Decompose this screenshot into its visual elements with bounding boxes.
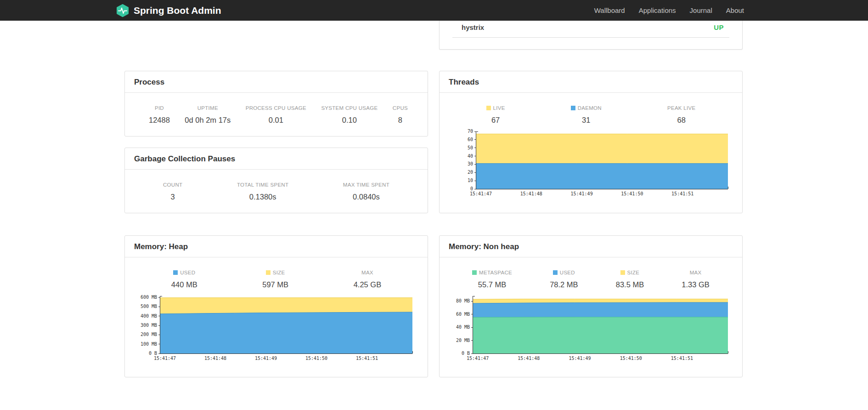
svg-text:200 MB: 200 MB	[141, 332, 157, 337]
threads-panel-title: Threads	[449, 78, 733, 87]
svg-text:20 MB: 20 MB	[456, 338, 470, 343]
legend-value: 78.2 MB	[550, 280, 578, 289]
metric-value: 12488	[149, 116, 170, 125]
status-badge: UP	[714, 23, 724, 31]
svg-text:20: 20	[468, 170, 473, 175]
legend-item-peak-live: PEAK LIVE 68	[667, 105, 696, 125]
process-panel: Process PID 12488 UPTIME 0d 0h 2m 17s PR…	[124, 71, 428, 137]
nav-item-wallboard[interactable]: Wallboard	[594, 6, 625, 14]
svg-text:15:41:48: 15:41:48	[518, 356, 540, 361]
svg-text:15:41:51: 15:41:51	[671, 191, 693, 196]
svg-text:400 MB: 400 MB	[141, 313, 157, 319]
metric-value: 3	[163, 193, 182, 201]
svg-text:100 MB: 100 MB	[141, 342, 157, 347]
svg-text:60: 60	[468, 137, 473, 142]
nav-links: Wallboard Applications Journal About	[594, 6, 744, 14]
svg-text:15:41:47: 15:41:47	[467, 356, 489, 361]
metric-value: 0.0840s	[343, 193, 389, 201]
metric-process-cpu-usage: PROCESS CPU USAGE 0.01	[246, 105, 306, 125]
threads-panel: Threads LIVE 67 DAEMON 31 PEAK LIVE 68 0…	[439, 71, 743, 213]
svg-text:10: 10	[468, 178, 473, 183]
svg-text:60 MB: 60 MB	[456, 312, 470, 317]
svg-text:15:41:49: 15:41:49	[569, 356, 591, 361]
legend-label: LIVE	[486, 105, 505, 111]
metaspace-swatch-icon	[472, 270, 477, 275]
metric-gc-count: COUNT 3	[163, 182, 182, 201]
metric-label: PID	[149, 105, 170, 111]
metric-value: 8	[393, 116, 408, 125]
memory-nonheap-panel: Memory: Non heap METASPACE 55.7 MB USED …	[439, 235, 743, 377]
application-name[interactable]: hystrix	[462, 23, 484, 31]
svg-text:0 B: 0 B	[149, 351, 157, 356]
svg-text:15:41:49: 15:41:49	[255, 356, 277, 361]
process-metrics-row: PID 12488 UPTIME 0d 0h 2m 17s PROCESS CP…	[125, 93, 428, 125]
svg-text:500 MB: 500 MB	[141, 304, 157, 309]
svg-text:15:41:51: 15:41:51	[356, 356, 378, 361]
nav-item-applications[interactable]: Applications	[639, 6, 676, 14]
metric-value: 0.1380s	[237, 193, 288, 201]
heap-legend: USED 440 MB SIZE 597 MB MAX 4.25 GB	[125, 257, 428, 289]
brand-title: Spring Boot Admin	[134, 5, 221, 16]
metric-label: COUNT	[163, 182, 182, 188]
legend-item-daemon: DAEMON 31	[571, 105, 602, 125]
gc-panel: Garbage Collection Pauses COUNT 3 TOTAL …	[124, 148, 428, 213]
legend-item-size: SIZE 597 MB	[262, 269, 288, 289]
metric-label: UPTIME	[185, 105, 231, 111]
metric-value: 0.01	[246, 116, 306, 125]
heap-panel-header: Memory: Heap	[125, 236, 428, 257]
svg-text:15:41:47: 15:41:47	[154, 356, 176, 361]
legend-value: 1.33 GB	[682, 280, 710, 289]
application-row[interactable]: hystrix UP	[452, 21, 729, 38]
legend-label: USED	[550, 269, 578, 276]
legend-value: 67	[486, 116, 505, 125]
nonheap-panel-header: Memory: Non heap	[440, 236, 742, 257]
threads-chart: 01020304050607015:41:4715:41:4815:41:491…	[465, 128, 729, 198]
nonheap-legend: METASPACE 55.7 MB USED 78.2 MB SIZE 83.5…	[440, 257, 742, 289]
svg-text:15:41:50: 15:41:50	[305, 356, 327, 361]
metric-label: SYSTEM CPU USAGE	[321, 105, 378, 111]
svg-text:50: 50	[468, 145, 473, 150]
svg-text:600 MB: 600 MB	[141, 295, 157, 300]
svg-text:15:41:48: 15:41:48	[204, 356, 226, 361]
metric-gc-max-time: MAX TIME SPENT 0.0840s	[343, 182, 389, 201]
gc-metrics-row: COUNT 3 TOTAL TIME SPENT 0.1380s MAX TIM…	[125, 170, 428, 201]
legend-label: MAX	[354, 269, 382, 276]
brand-link[interactable]: Spring Boot Admin	[116, 4, 221, 17]
legend-item-used: USED 78.2 MB	[550, 269, 578, 289]
used-swatch-icon	[173, 270, 178, 275]
process-panel-title: Process	[134, 78, 418, 87]
metric-pid: PID 12488	[149, 105, 170, 125]
spring-boot-admin-logo-icon	[116, 4, 129, 17]
legend-item-metaspace: METASPACE 55.7 MB	[472, 269, 512, 289]
gc-panel-header: Garbage Collection Pauses	[125, 148, 428, 170]
spring-boot-admin-page: Spring Boot Admin Wallboard Applications…	[0, 0, 868, 410]
nav-item-journal[interactable]: Journal	[690, 6, 712, 14]
legend-label: MAX	[682, 269, 710, 276]
used-swatch-icon	[553, 270, 558, 275]
svg-text:40 MB: 40 MB	[456, 325, 470, 330]
legend-item-used: USED 440 MB	[171, 269, 197, 289]
legend-value: 4.25 GB	[354, 280, 382, 289]
metric-system-cpu-usage: SYSTEM CPU USAGE 0.10	[321, 105, 378, 125]
threads-panel-header: Threads	[440, 71, 742, 93]
svg-text:15:41:49: 15:41:49	[570, 191, 592, 196]
nonheap-chart: 0 B20 MB40 MB60 MB80 MB15:41:4715:41:481…	[453, 293, 729, 363]
nonheap-panel-title: Memory: Non heap	[449, 242, 733, 251]
legend-item-size: SIZE 83.5 MB	[616, 269, 644, 289]
legend-value: 55.7 MB	[472, 280, 512, 289]
metric-cpus: CPUS 8	[393, 105, 408, 125]
legend-item-live: LIVE 67	[486, 105, 505, 125]
metric-uptime: UPTIME 0d 0h 2m 17s	[185, 105, 231, 125]
metric-value: 0d 0h 2m 17s	[185, 116, 231, 125]
metric-value: 0.10	[321, 116, 378, 125]
process-panel-header: Process	[125, 71, 428, 93]
legend-label: PEAK LIVE	[667, 105, 696, 111]
memory-heap-panel: Memory: Heap USED 440 MB SIZE 597 MB MAX…	[124, 235, 428, 377]
nav-item-about[interactable]: About	[726, 6, 744, 14]
svg-text:70: 70	[468, 129, 473, 134]
metric-label: TOTAL TIME SPENT	[237, 182, 288, 188]
application-status-panel: hystrix UP	[439, 21, 743, 50]
metric-label: CPUS	[393, 105, 408, 111]
metric-label: PROCESS CPU USAGE	[246, 105, 306, 111]
legend-label: DAEMON	[571, 105, 602, 111]
